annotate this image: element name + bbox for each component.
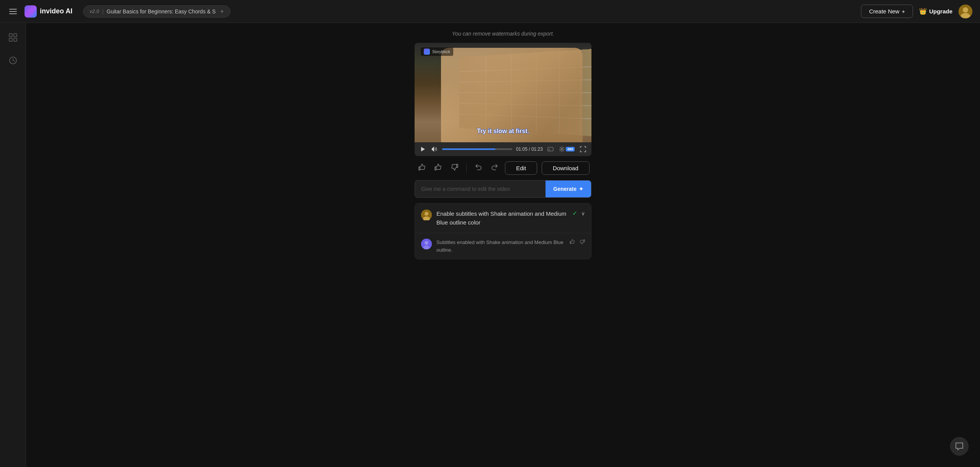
like-outline-button[interactable] (433, 161, 444, 175)
generate-button[interactable]: Generate ✦ (546, 181, 591, 197)
watermark-logo-text: Storyblock (432, 50, 450, 54)
menu-button[interactable] (8, 7, 18, 16)
svg-point-16 (425, 212, 428, 216)
message-actions: ✓ ∨ (572, 210, 585, 217)
edit-button[interactable]: Edit (505, 161, 537, 175)
avatar[interactable] (959, 5, 972, 18)
watermark-logo-icon (424, 49, 430, 55)
create-new-label: Create New (869, 8, 899, 15)
generate-sparkle-icon: ✦ (579, 186, 583, 192)
content-area: You can remove watermarks during export. (26, 23, 980, 467)
svg-point-20 (423, 246, 430, 249)
sidebar (0, 23, 26, 467)
volume-button[interactable] (431, 145, 438, 153)
svg-point-0 (28, 8, 34, 15)
user-avatar (421, 210, 432, 220)
settings-button[interactable]: 480 (558, 145, 575, 153)
svg-rect-22 (584, 240, 585, 242)
project-version: v2.0 (90, 8, 99, 14)
like-filled-button[interactable] (416, 161, 428, 175)
svg-rect-6 (9, 38, 12, 41)
svg-marker-9 (421, 147, 425, 151)
bot-thumbs-down-button[interactable] (579, 239, 585, 246)
check-icon: ✓ (572, 210, 577, 217)
dislike-button[interactable] (449, 161, 460, 175)
command-area: Generate ✦ (415, 180, 591, 198)
tab-divider: | (102, 8, 104, 15)
progress-fill (442, 148, 495, 150)
svg-rect-14 (457, 164, 458, 168)
bot-thumbs-up-button[interactable] (570, 239, 576, 246)
progress-bar[interactable] (442, 148, 512, 150)
redo-button[interactable] (489, 161, 500, 175)
captions-button[interactable] (547, 145, 554, 153)
create-new-button[interactable]: Create New + (861, 5, 913, 18)
generate-label: Generate (553, 186, 577, 192)
message-content: Enable subtitles with Shake animation an… (436, 210, 568, 227)
create-new-icon: + (902, 8, 905, 15)
svg-rect-5 (14, 34, 17, 37)
user-message: Enable subtitles with Shake animation an… (415, 203, 591, 233)
header: invideo AI v2.0 | Guitar Basics for Begi… (0, 0, 980, 23)
project-title: Guitar Basics for Beginners: Easy Chords… (107, 8, 216, 15)
upgrade-label: Upgrade (929, 8, 952, 15)
bot-message: Subtitles enabled with Shake animation a… (415, 233, 591, 259)
svg-point-11 (561, 148, 563, 150)
watermark-notice: You can remove watermarks during export. (452, 31, 554, 37)
user-message-text: Enable subtitles with Shake animation an… (436, 210, 568, 227)
thumbs-area (570, 239, 585, 246)
chat-fab-button[interactable] (950, 437, 969, 456)
svg-rect-7 (14, 38, 17, 41)
project-tab[interactable]: v2.0 | Guitar Basics for Beginners: Easy… (83, 5, 230, 18)
logo-icon (24, 5, 37, 18)
time-display: 01:05 / 01:23 (516, 146, 543, 152)
video-subtitle: Try it slow at first. (477, 128, 529, 135)
sidebar-history-icon[interactable] (6, 54, 20, 67)
main-area: You can remove watermarks during export. (0, 23, 980, 467)
bot-avatar (421, 239, 432, 249)
fullscreen-button[interactable] (579, 145, 587, 153)
video-player: Storyblock Try it slow at first. (415, 43, 591, 156)
new-tab-button[interactable]: + (220, 8, 224, 15)
svg-point-19 (425, 241, 428, 245)
chevron-icon[interactable]: ∨ (581, 210, 585, 216)
upgrade-button[interactable]: 👑 Upgrade (919, 8, 952, 15)
action-buttons: Edit Download (416, 161, 590, 175)
sidebar-grid-icon[interactable] (6, 31, 20, 44)
watermark-logo: Storyblock (421, 47, 453, 56)
chat-container: Enable subtitles with Shake animation an… (415, 203, 591, 259)
play-button[interactable] (419, 145, 427, 153)
svg-rect-13 (435, 167, 436, 170)
svg-rect-12 (419, 167, 420, 170)
logo-area: invideo AI (24, 5, 72, 18)
svg-point-2 (963, 7, 968, 13)
video-preview: Storyblock Try it slow at first. (415, 43, 591, 142)
quality-badge: 480 (566, 147, 575, 151)
download-button[interactable]: Download (542, 161, 590, 175)
command-input[interactable] (415, 181, 546, 197)
svg-rect-21 (570, 241, 571, 244)
undo-button[interactable] (473, 161, 484, 175)
upgrade-icon: 👑 (919, 8, 927, 15)
svg-rect-4 (9, 34, 12, 37)
logo-text: invideo AI (40, 7, 72, 15)
video-controls: 01:05 / 01:23 480 (415, 142, 591, 156)
bot-message-text: Subtitles enabled with Shake animation a… (436, 239, 565, 254)
